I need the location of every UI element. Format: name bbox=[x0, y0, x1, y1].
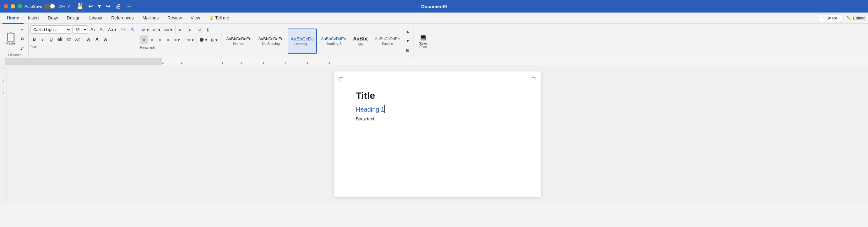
autosave-toggle[interactable]: AutoSave OFF bbox=[25, 3, 65, 9]
font-name-dropdown[interactable]: Calibri Ligh... bbox=[30, 26, 71, 34]
distributed-button[interactable]: ≡ ▾ bbox=[173, 35, 182, 44]
strikethrough-button[interactable]: ab bbox=[56, 35, 64, 44]
undo-icon[interactable]: ↩ bbox=[88, 3, 93, 10]
autosave-switch[interactable] bbox=[44, 3, 55, 9]
align-right-button[interactable]: ≡ bbox=[156, 35, 164, 44]
copy-button[interactable]: ⧉ bbox=[18, 35, 26, 43]
paste-button[interactable]: 📋 Paste bbox=[4, 33, 18, 45]
underline-button[interactable]: U bbox=[48, 35, 55, 44]
text-color-button[interactable]: A bbox=[102, 35, 109, 44]
document-title: Document9 bbox=[421, 4, 447, 9]
font-size-dropdown[interactable]: 16 bbox=[72, 26, 88, 34]
doc-body: Body text bbox=[356, 116, 519, 121]
tab-tell-me[interactable]: 💡 Tell me bbox=[205, 12, 233, 24]
autosave-label: AutoSave bbox=[25, 4, 42, 9]
styles-pane-button[interactable]: ▤ Styles Pane bbox=[414, 25, 433, 58]
maximize-button[interactable] bbox=[18, 4, 22, 8]
style-title[interactable]: AaBb( Title bbox=[350, 29, 371, 53]
doc-content-area[interactable]: Title Heading 1 Body text bbox=[7, 65, 868, 203]
sort-button[interactable]: ↕A bbox=[195, 26, 203, 34]
ruler-mark-3: 3 bbox=[262, 61, 264, 64]
font-row1: Calibri Ligh... 16 A+ A- Aa ▾ A✕ A bbox=[30, 25, 136, 34]
style-subtitle[interactable]: AaBbCcDdEe Subtitle bbox=[372, 29, 403, 53]
style-subtitle-label: Subtitle bbox=[381, 42, 393, 45]
align-center-button[interactable]: ≡ bbox=[148, 35, 156, 44]
font-section: Calibri Ligh... 16 A+ A- Aa ▾ A✕ A B I U… bbox=[29, 25, 138, 58]
style-no-spacing-label: No Spacing bbox=[262, 42, 280, 45]
align-left-button[interactable]: ≡ bbox=[140, 35, 148, 44]
text-cursor bbox=[384, 105, 385, 113]
ruler-mark-2: 2 bbox=[162, 61, 164, 64]
tab-insert[interactable]: Insert bbox=[24, 12, 43, 24]
save-icon[interactable]: 💾 bbox=[76, 3, 83, 10]
style-heading2[interactable]: AaBbCcDdEe Heading 2 bbox=[318, 29, 349, 53]
styles-scroll: ▲ ▼ ⊞ bbox=[404, 27, 412, 55]
tab-review[interactable]: Review bbox=[163, 12, 186, 24]
sep5 bbox=[196, 35, 197, 44]
increase-indent-button[interactable]: ⇥ bbox=[185, 26, 192, 34]
ruler-num-2: 2 bbox=[2, 79, 4, 91]
sep1 bbox=[83, 35, 83, 44]
style-heading1-preview: AaBbCcDc bbox=[291, 36, 314, 41]
format-painter-button[interactable]: 🖌 bbox=[18, 44, 26, 53]
clipboard-small-buttons: ✂ ⧉ 🖌 bbox=[18, 25, 26, 53]
multilevel-button[interactable]: ≡≡ ▾ bbox=[163, 26, 174, 34]
numbering-button[interactable]: ≡1 ▾ bbox=[151, 26, 162, 34]
tab-view[interactable]: View bbox=[186, 12, 205, 24]
tab-mailings[interactable]: Mailings bbox=[138, 12, 163, 24]
style-normal[interactable]: AaBbCcDdEe Normal bbox=[223, 29, 254, 53]
font-grow-button[interactable]: A+ bbox=[89, 25, 97, 34]
style-heading1[interactable]: AaBbCcDc Heading 1 bbox=[288, 29, 317, 53]
style-normal-preview: AaBbCcDdEe bbox=[226, 36, 251, 41]
redo-icon[interactable]: ↪ bbox=[106, 3, 111, 10]
show-hide-button[interactable]: ¶ bbox=[204, 26, 211, 34]
ruler-mark-4: 4 bbox=[284, 61, 286, 64]
bold-button[interactable]: B bbox=[30, 35, 38, 44]
close-button[interactable] bbox=[4, 4, 8, 8]
font-shrink-button[interactable]: A- bbox=[98, 25, 105, 34]
home-icon[interactable]: ⌂ bbox=[68, 3, 71, 10]
tab-draw[interactable]: Draw bbox=[43, 12, 62, 24]
font-row2: B I U ab X2 X2 A A A bbox=[30, 35, 136, 44]
tab-layout[interactable]: Layout bbox=[85, 12, 107, 24]
tab-bar: Home Insert Draw Design Layout Reference… bbox=[0, 12, 868, 24]
clipboard-section: 📋 Paste ✂ ⧉ 🖌 Clipboard bbox=[1, 25, 29, 58]
tab-design[interactable]: Design bbox=[62, 12, 85, 24]
doc-title: Title bbox=[356, 90, 519, 101]
shading-button[interactable]: 🅐 ▾ bbox=[198, 35, 209, 44]
ruler: 2 1 1 2 3 4 5 6 bbox=[0, 58, 868, 65]
editing-button[interactable]: ✏️ Editing bbox=[846, 16, 866, 21]
cut-button[interactable]: ✂ bbox=[18, 25, 26, 34]
undo-arrow-icon[interactable]: ▾ bbox=[98, 3, 101, 10]
decrease-indent-button[interactable]: ⇤ bbox=[177, 26, 184, 34]
para-row2: ≡ ≡ ≡ ≡ ≡ ▾ ↕≡ ▾ 🅐 ▾ ⊞ ▾ bbox=[140, 35, 219, 44]
borders-button[interactable]: ⊞ ▾ bbox=[210, 35, 219, 44]
font-color-button[interactable]: A bbox=[85, 35, 92, 44]
styles-down-button[interactable]: ▼ bbox=[404, 37, 412, 45]
bullets-button[interactable]: ≡• ▾ bbox=[140, 26, 150, 34]
sep2 bbox=[175, 25, 176, 35]
superscript-button[interactable]: X2 bbox=[73, 35, 81, 44]
styles-more-button[interactable]: ⊞ bbox=[404, 46, 412, 55]
share-button[interactable]: ↑ Share bbox=[819, 14, 841, 22]
subscript-button[interactable]: X2 bbox=[65, 35, 73, 44]
doc-heading1: Heading 1 bbox=[356, 105, 519, 113]
tab-references[interactable]: References bbox=[107, 12, 138, 24]
highlight-color-button[interactable]: A bbox=[93, 35, 101, 44]
clear-formatting-button[interactable]: A✕ bbox=[119, 25, 127, 34]
justify-button[interactable]: ≡ bbox=[164, 35, 172, 44]
more-icon[interactable]: ··· bbox=[126, 3, 131, 10]
style-no-spacing-preview: AaBbCcDdEe bbox=[258, 36, 283, 41]
ruler-num-1: 1 bbox=[2, 67, 4, 79]
paragraph-label: Paragraph bbox=[140, 46, 219, 49]
minimize-button[interactable] bbox=[11, 4, 15, 8]
change-case-button[interactable]: Aa ▾ bbox=[106, 25, 118, 34]
style-heading2-preview: AaBbCcDdEe bbox=[321, 36, 346, 41]
style-no-spacing[interactable]: AaBbCcDdEe No Spacing bbox=[255, 29, 286, 53]
tab-home[interactable]: Home bbox=[2, 12, 24, 24]
text-effects-button[interactable]: A bbox=[128, 25, 136, 34]
italic-button[interactable]: I bbox=[39, 35, 46, 44]
print-icon[interactable]: 🖨 bbox=[116, 3, 121, 10]
line-spacing-button[interactable]: ↕≡ ▾ bbox=[184, 35, 195, 44]
styles-up-button[interactable]: ▲ bbox=[404, 27, 412, 36]
